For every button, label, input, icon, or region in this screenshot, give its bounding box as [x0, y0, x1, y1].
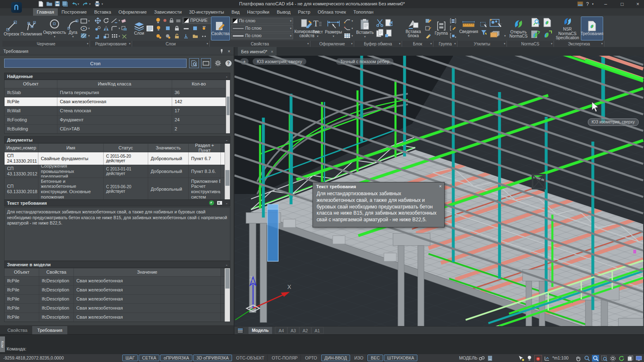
nsr-normacs-button[interactable]: NSR NormaCS Specification — [555, 16, 580, 40]
rotate-tool-icon[interactable] — [102, 17, 110, 24]
layer-freeze-icon[interactable] — [162, 17, 167, 24]
layer-lock-icon[interactable] — [168, 17, 174, 24]
table-row[interactable]: IfcPile IfcDescription Свая железобетонн… — [5, 286, 225, 295]
graph-levels-icon[interactable] — [543, 355, 550, 362]
collapse-icon[interactable]: - — [226, 201, 227, 206]
pin-icon[interactable] — [220, 47, 224, 56]
annotation-link-icon[interactable] — [478, 355, 485, 362]
quick-select-icon[interactable] — [489, 18, 503, 29]
table-row[interactable]: IfcSlab Плита перекрытия 36 — [5, 88, 226, 97]
table-tool-icon[interactable] — [343, 32, 351, 39]
tab-a3[interactable]: A3 — [287, 327, 300, 334]
ellipse-tool-icon[interactable] — [80, 25, 88, 32]
open-normacs-button[interactable]: Открыть NormaCS — [508, 18, 529, 39]
zoom-window-icon[interactable] — [592, 355, 599, 362]
properties-panel-button[interactable]: Свойства — [211, 17, 230, 40]
fullscreen-display-icon[interactable] — [635, 355, 642, 362]
copy-sheet-icon[interactable] — [627, 355, 634, 362]
trim-tool-icon[interactable] — [110, 17, 118, 24]
toggle-ots-obekt[interactable]: ОТС-ОБЪЕКТ — [233, 355, 268, 361]
layer-folder-icon[interactable] — [191, 33, 199, 40]
offset-tool-icon[interactable] — [121, 25, 128, 32]
model-scene[interactable]: Z X + ЮЗ изометрия, сверху Точный с пока… — [234, 56, 644, 326]
toggle-3d-oprivyazka[interactable]: 3D оПРИВЯЗКА — [193, 355, 232, 361]
tab-topoplan[interactable]: Топоплан — [350, 8, 377, 16]
close-button[interactable]: × — [632, 0, 644, 8]
table-row[interactable]: IfcWall Стена плоская 17 — [5, 106, 226, 116]
group-add-icon[interactable] — [449, 32, 457, 39]
layout-list-icon[interactable] — [237, 328, 244, 334]
copy-tool-icon[interactable] — [94, 25, 102, 32]
tab-a2[interactable]: A2 — [299, 327, 312, 334]
tab-rastr[interactable]: Растр — [294, 8, 314, 16]
command-prompt[interactable]: Команда: — [7, 346, 26, 351]
group-sel-icon[interactable] — [449, 17, 457, 24]
select-similar-icon[interactable] — [480, 21, 488, 28]
tab-glavnaya[interactable]: Главная — [33, 8, 58, 16]
tab-trebovaniya[interactable]: Требования — [32, 326, 67, 334]
viewport-menu-plus[interactable]: + — [240, 58, 249, 65]
workspace-icon[interactable] — [577, 1, 584, 8]
table-row[interactable]: IfcPile IfcDescription Свая железобетонн… — [5, 277, 225, 286]
cut-icon[interactable] — [376, 18, 384, 27]
normacs-find-doc-icon[interactable] — [530, 17, 541, 28]
table-row[interactable]: IfcPile IfcDescription Свая железобетонн… — [5, 304, 225, 313]
settings-gear-icon[interactable] — [213, 58, 223, 68]
toggle-izo[interactable]: ИЗО — [351, 355, 367, 361]
section-model-value[interactable]: Значение в модели- — [4, 261, 230, 268]
table-row-selected[interactable]: СП 24.13330.2011 Свайные фундаменты С 20… — [5, 152, 225, 165]
group-button[interactable]: Группа — [435, 21, 448, 36]
arc-tool[interactable]: Дуга▾ — [67, 19, 79, 38]
linetype-select[interactable]: По слою▾ — [231, 25, 293, 32]
dimensions-tool[interactable]: Размеры▾ — [325, 19, 342, 38]
fillet-tool-icon[interactable] — [110, 25, 118, 32]
stop-button[interactable]: Стоп — [4, 59, 187, 68]
show-frame-button[interactable] — [201, 58, 211, 68]
tab-vid[interactable]: Вид — [228, 8, 244, 16]
filter-icon[interactable] — [480, 29, 488, 36]
selected-pile[interactable] — [268, 209, 278, 261]
block-attr-icon[interactable] — [424, 25, 432, 32]
lock-closed-icon[interactable] — [173, 25, 181, 32]
help-dropdown-icon[interactable]: ▾ — [590, 0, 595, 8]
table-row[interactable]: СП 63.13330.2018 Бетонные и железобетонн… — [5, 178, 225, 200]
document-tab[interactable]: Без имени0* × — [238, 47, 277, 56]
toggle-shtrihovka[interactable]: ШТРИХОВКА — [384, 355, 418, 361]
text-tool[interactable]: T Текст▾ — [312, 19, 324, 38]
maximize-button[interactable]: □ — [616, 0, 628, 8]
tab-vstavka[interactable]: Вставка — [90, 8, 115, 16]
zoom-extents-icon[interactable] — [601, 355, 608, 362]
documents-table-scrollbar[interactable] — [225, 144, 230, 200]
group-edit-icon[interactable] — [449, 25, 457, 32]
bulb-dim-icon[interactable] — [164, 33, 172, 40]
normacs-doc-icon[interactable] — [542, 17, 553, 28]
stretch-tool-icon[interactable] — [94, 33, 102, 40]
layer-list-icon[interactable] — [146, 25, 154, 32]
regen-icon[interactable] — [618, 355, 625, 362]
tab-oformlenie[interactable]: Оформление — [115, 8, 150, 16]
document-tab-close-icon[interactable]: × — [271, 49, 273, 54]
toggle-shag[interactable]: ШАГ — [122, 355, 138, 361]
toggle-ots-polyar[interactable]: ОТС-ПОЛЯР — [268, 355, 301, 361]
lineweight-display-icon[interactable] — [526, 355, 533, 362]
tab-a1[interactable]: A1 — [311, 327, 324, 334]
table-row-selected[interactable]: IfcPile Свая железобетонная 142 — [5, 97, 226, 106]
layer-box-icon[interactable] — [191, 25, 199, 32]
model-space-label[interactable]: МОДЕЛЬ — [459, 355, 478, 360]
toggle-orto[interactable]: ОРТО — [302, 355, 320, 361]
annotation-scale-value[interactable]: *m1:100 — [552, 355, 568, 360]
array-tool-icon[interactable] — [110, 33, 118, 40]
minimize-button[interactable]: – — [599, 0, 612, 8]
normacs-export-icon[interactable] — [542, 29, 553, 40]
tab-nastroyki[interactable]: Настройки — [244, 8, 273, 16]
circle-tool[interactable]: Окружность▾ — [43, 19, 66, 38]
toggle-ves[interactable]: ВЕС — [367, 355, 383, 361]
toggle-setka[interactable]: СЕТКА — [139, 355, 159, 361]
scale-tool-icon[interactable] — [102, 33, 110, 40]
toggle-din-vvod[interactable]: ДИН-ВВОД — [321, 355, 350, 361]
layer-on-bulb-icon[interactable] — [155, 17, 161, 24]
rectangle-tool-icon[interactable] — [80, 17, 88, 24]
annotation-scale-icon[interactable] — [486, 355, 493, 362]
info-button[interactable]: Сведения▾ — [459, 19, 478, 37]
copy-clip-icon[interactable] — [376, 28, 384, 38]
